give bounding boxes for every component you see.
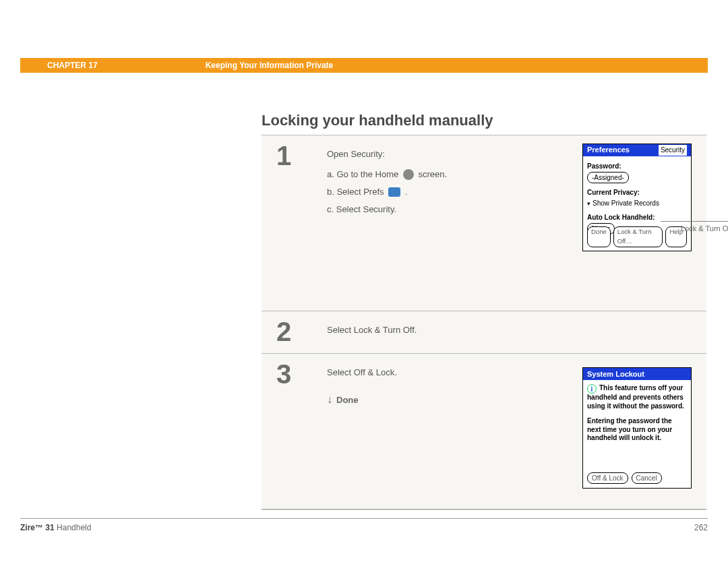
step-2-text: Select Lock & Turn Off. [327,325,417,335]
step-2-row: 2 Select Lock & Turn Off. [262,311,706,354]
step-2-body: Select Lock & Turn Off. [319,311,706,353]
step-1-a-post: screen. [418,169,447,179]
done-label: Done [336,394,359,407]
done-button[interactable]: Done [587,226,611,247]
product-name: Zire™ 31 Handheld [20,523,91,532]
lockout-para1: iThis feature turns off your handheld an… [587,384,687,410]
step-1-a-pre: a. Go to the Home [327,169,398,179]
privacy-label: Current Privacy: [587,187,687,198]
step-1-number: 1 [262,135,319,311]
chapter-header: CHAPTER 17 Keeping Your Information Priv… [20,58,708,73]
password-label: Password: [587,161,687,172]
step-1-b-pre: b. Select Prefs [327,187,384,197]
lockout-para2: Entering the password the next time you … [587,417,687,443]
lockout-titlebar: System Lockout [583,368,691,380]
step-1-row: 1 Open Security: a. Go to the Home scree… [262,135,706,311]
step-3-number: 3 [262,354,319,509]
cancel-button[interactable]: Cancel [632,472,662,485]
page-footer: Zire™ 31 Handheld 262 [20,518,708,532]
system-lockout-screen: System Lockout iThis feature turns off y… [582,367,692,489]
prefs-title-right: Security [659,145,687,156]
step-1-body: Open Security: a. Go to the Home screen.… [319,135,706,311]
prefs-titlebar: Preferences Security [583,144,691,156]
lockout-title: System Lockout [587,369,644,380]
lockout-button-row: Off & Lock Cancel [587,472,662,485]
step-3-body: Select Off & Lock. ↓ Done System Lockout… [319,354,706,509]
prefs-icon [388,187,400,197]
lockout-text1: This feature turns off your handheld and… [587,384,684,410]
step-2-number: 2 [262,311,319,353]
product-bold: Zire™ 31 [20,523,55,532]
page-title: Locking your handheld manually [262,112,493,129]
home-icon [403,169,414,180]
product-rest: Handheld [55,523,92,532]
section-title: Keeping Your Information Private [206,61,334,70]
lock-turnoff-button[interactable]: Lock & Turn Off… [613,226,663,247]
info-icon: i [587,384,597,394]
steps-container: 1 Open Security: a. Go to the Home scree… [262,135,706,510]
lock-callout: Lock & Turn Off [681,221,728,235]
password-value[interactable]: -Assigned- [587,172,629,184]
prefs-button-row: Done Lock & Turn Off… Help [587,226,687,247]
done-arrow-icon: ↓ [327,392,332,408]
step-3-text: Select Off & Lock. [327,367,397,377]
step-1-b-post: . [405,187,408,197]
preferences-screen: Preferences Security Password: -Assigned… [582,144,692,251]
prefs-title-left: Preferences [587,144,630,156]
chapter-label: CHAPTER 17 [47,61,98,70]
lockout-body: iThis feature turns off your handheld an… [583,380,691,447]
privacy-dropdown[interactable]: Show Private Records [587,198,687,209]
off-lock-button[interactable]: Off & Lock [587,472,628,485]
step-3-row: 3 Select Off & Lock. ↓ Done System Locko… [262,354,706,509]
page-number: 262 [694,523,708,532]
